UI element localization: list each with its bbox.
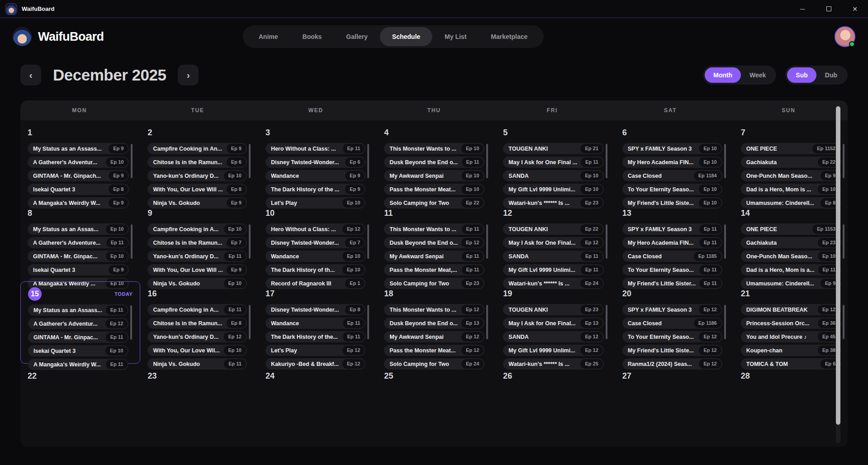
day-entries-scrollbar-thumb[interactable]: [367, 305, 369, 339]
schedule-entry[interactable]: One-Punch Man Seaso...Ep 9: [741, 170, 841, 181]
close-button[interactable]: ✕: [842, 0, 868, 18]
calendar-day-cell[interactable]: 9Campfire Cooking in A...Ep 10Chitose Is…: [140, 201, 258, 281]
schedule-entry[interactable]: This Monster Wants to ...Ep 10: [384, 143, 484, 154]
schedule-entry[interactable]: TOUGEN ANKIEp 23: [503, 304, 603, 315]
calendar-scrollbar-thumb[interactable]: [836, 106, 840, 425]
calendar-day-cell[interactable]: 22: [20, 364, 140, 447]
schedule-entry[interactable]: GachiakutaEp 22: [741, 157, 841, 168]
calendar-day-cell[interactable]: 8My Status as an Assas...Ep 10A Gatherer…: [20, 201, 140, 281]
schedule-entry[interactable]: Chitose Is in the Ramun...Ep 7: [147, 237, 247, 248]
schedule-entry[interactable]: To Your Eternity Seaso...Ep 10: [622, 184, 722, 195]
schedule-entry[interactable]: Princess-Session Orc...Ep 36: [741, 318, 841, 329]
schedule-entry[interactable]: To Your Eternity Seaso...Ep 12: [622, 331, 722, 342]
schedule-entry[interactable]: My Awkward SenpaiEp 10: [384, 170, 484, 181]
day-entries-scrollbar-thumb[interactable]: [724, 144, 726, 178]
schedule-entry[interactable]: GINTAMA - Mr. Ginpac...Ep 11: [28, 332, 128, 343]
schedule-entry[interactable]: Isekai Quartet 3Ep 8: [28, 184, 129, 195]
day-entries-scrollbar-thumb[interactable]: [724, 305, 726, 339]
schedule-entry[interactable]: Pass the Monster Meat,...Ep 11: [384, 264, 484, 275]
prev-month-button[interactable]: ‹: [20, 65, 41, 85]
schedule-entry[interactable]: WandanceEp 11: [266, 318, 365, 329]
schedule-entry[interactable]: Dusk Beyond the End o...Ep 11: [384, 157, 484, 168]
view-toggle-week[interactable]: Week: [741, 67, 774, 83]
schedule-entry[interactable]: My Gift Lvl 9999 Unlimi...Ep 10: [503, 184, 603, 195]
schedule-entry[interactable]: Koupen-chanEp 38: [741, 345, 841, 356]
calendar-day-cell[interactable]: 27: [615, 364, 734, 447]
schedule-entry[interactable]: To Your Eternity Seaso...Ep 11: [622, 264, 722, 275]
schedule-entry[interactable]: GINTAMA - Mr. Ginpac...Ep 10: [28, 251, 129, 262]
day-entries-scrollbar-thumb[interactable]: [606, 144, 607, 178]
schedule-entry[interactable]: A Gatherer's Adventur...Ep 12: [28, 318, 128, 329]
calendar-day-cell[interactable]: 1My Status as an Assass...Ep 9A Gatherer…: [20, 120, 140, 201]
schedule-entry[interactable]: SANDAEp 12: [503, 331, 603, 342]
schedule-entry[interactable]: My Hero Academia FIN...Ep 11: [622, 237, 722, 248]
calendar-scrollbar[interactable]: [836, 103, 840, 443]
calendar-day-cell[interactable]: 17Disney Twisted-Wonder...Ep 8WandanceEp…: [258, 281, 377, 364]
schedule-entry[interactable]: Case ClosedEp 1186: [622, 318, 722, 329]
day-entries-scrollbar-thumb[interactable]: [843, 305, 844, 339]
tab-schedule[interactable]: Schedule: [380, 27, 432, 46]
schedule-entry[interactable]: This Monster Wants to ...Ep 12: [384, 304, 484, 315]
schedule-entry[interactable]: This Monster Wants to ...Ep 11: [384, 223, 484, 235]
schedule-entry[interactable]: Pass the Monster Meat...Ep 10: [384, 184, 484, 195]
day-entries-scrollbar-thumb[interactable]: [606, 305, 607, 339]
calendar-day-cell[interactable]: 7ONE PIECEEp 1152GachiakutaEp 22One-Punc…: [734, 120, 853, 201]
user-avatar[interactable]: [835, 26, 855, 47]
tab-gallery[interactable]: Gallery: [334, 27, 379, 46]
schedule-entry[interactable]: You and Idol Precure ♪Ep 45: [741, 331, 841, 342]
calendar-day-cell[interactable]: 10Hero Without a Class: ...Ep 12Disney T…: [258, 201, 377, 281]
day-entries-scrollbar-thumb[interactable]: [486, 224, 488, 259]
view-toggle-month[interactable]: Month: [705, 67, 741, 83]
day-entries-scrollbar-thumb[interactable]: [131, 224, 133, 259]
day-entries-scrollbar-thumb[interactable]: [130, 305, 132, 340]
calendar-day-cell[interactable]: 14ONE PIECEEp 1153GachiakutaEp 23One-Pun…: [734, 201, 853, 281]
schedule-entry[interactable]: Campfire Cooking in A...Ep 10: [147, 223, 247, 235]
schedule-entry[interactable]: With You, Our Love Will ...Ep 8: [147, 184, 247, 195]
schedule-entry[interactable]: Yano-kun's Ordinary D...Ep 12: [147, 331, 247, 342]
schedule-entry[interactable]: SANDAEp 10: [503, 170, 603, 181]
day-entries-scrollbar-thumb[interactable]: [249, 144, 251, 178]
schedule-entry[interactable]: SANDAEp 11: [503, 251, 603, 262]
schedule-entry[interactable]: My Gift Lvl 9999 Unlimi...Ep 11: [503, 264, 603, 275]
schedule-entry[interactable]: GachiakutaEp 23: [741, 237, 841, 248]
schedule-entry[interactable]: Dusk Beyond the End o...Ep 12: [384, 237, 484, 248]
schedule-entry[interactable]: With You, Our Love Will ...Ep 9: [147, 264, 247, 275]
schedule-entry[interactable]: With You, Our Love Wil...Ep 10: [147, 345, 247, 356]
calendar-day-cell[interactable]: 19TOUGEN ANKIEp 23May I Ask for One Fina…: [496, 281, 615, 364]
calendar-day-cell[interactable]: 24: [258, 364, 377, 447]
schedule-entry[interactable]: Campfire Cooking in An...Ep 9: [147, 143, 247, 154]
calendar-day-cell[interactable]: 23: [140, 364, 258, 447]
schedule-entry[interactable]: My Awkward SenpaiEp 11: [384, 251, 484, 262]
schedule-entry[interactable]: Disney Twisted-Wonder...Ep 6: [266, 157, 365, 168]
schedule-entry[interactable]: Case ClosedEp 1185: [622, 251, 722, 262]
tab-books[interactable]: Books: [290, 27, 334, 46]
schedule-entry[interactable]: Isekai Quartet 3Ep 10: [28, 345, 128, 356]
calendar-day-cell[interactable]: 18This Monster Wants to ...Ep 12Dusk Bey…: [377, 281, 496, 364]
day-entries-scrollbar-thumb[interactable]: [843, 144, 844, 178]
calendar-day-cell[interactable]: 25: [377, 364, 496, 447]
schedule-entry[interactable]: SPY x FAMILY Season 3Ep 12: [622, 304, 722, 315]
calendar-day-cell[interactable]: 3Hero Without a Class: ...Ep 11Disney Tw…: [258, 120, 377, 201]
schedule-entry[interactable]: One-Punch Man Seaso...Ep 10: [741, 251, 841, 262]
schedule-entry[interactable]: Disney Twisted-Wonder...Ep 7: [266, 237, 365, 248]
calendar-day-cell[interactable]: 11This Monster Wants to ...Ep 11Dusk Bey…: [377, 201, 496, 281]
next-month-button[interactable]: ›: [178, 65, 199, 85]
calendar-day-cell[interactable]: 13SPY x FAMILY Season 3Ep 11My Hero Acad…: [615, 201, 734, 281]
schedule-entry[interactable]: Case ClosedEp 1184: [622, 170, 722, 181]
schedule-entry[interactable]: My Status as an Assass...Ep 9: [28, 143, 129, 154]
day-entries-scrollbar-thumb[interactable]: [367, 224, 369, 259]
day-entries-scrollbar-thumb[interactable]: [606, 224, 607, 259]
calendar-day-cell[interactable]: 2Campfire Cooking in An...Ep 9Chitose Is…: [140, 120, 258, 201]
day-entries-scrollbar-thumb[interactable]: [486, 144, 488, 178]
schedule-entry[interactable]: Disney Twisted-Wonder...Ep 8: [266, 304, 365, 315]
schedule-entry[interactable]: May I Ask for One Final...Ep 12: [503, 237, 603, 248]
schedule-entry[interactable]: The Dark History of the...Ep 11: [266, 331, 365, 342]
calendar-day-cell[interactable]: 6SPY x FAMILY Season 3Ep 10My Hero Acade…: [615, 120, 734, 201]
schedule-entry[interactable]: My Awkward SenpaiEp 12: [384, 331, 484, 342]
schedule-entry[interactable]: Hero Without a Class: ...Ep 11: [266, 143, 365, 154]
calendar-day-cell[interactable]: 12TOUGEN ANKIEp 22May I Ask for One Fina…: [496, 201, 615, 281]
schedule-entry[interactable]: Dusk Beyond the End o...Ep 13: [384, 318, 484, 329]
calendar-day-cell[interactable]: 16Campfire Cooking in A...Ep 11Chitose I…: [140, 281, 258, 364]
schedule-entry[interactable]: My Gift Lvl 9999 Unlimi...Ep 12: [503, 345, 603, 356]
schedule-entry[interactable]: Let's PlayEp 12: [266, 345, 365, 356]
